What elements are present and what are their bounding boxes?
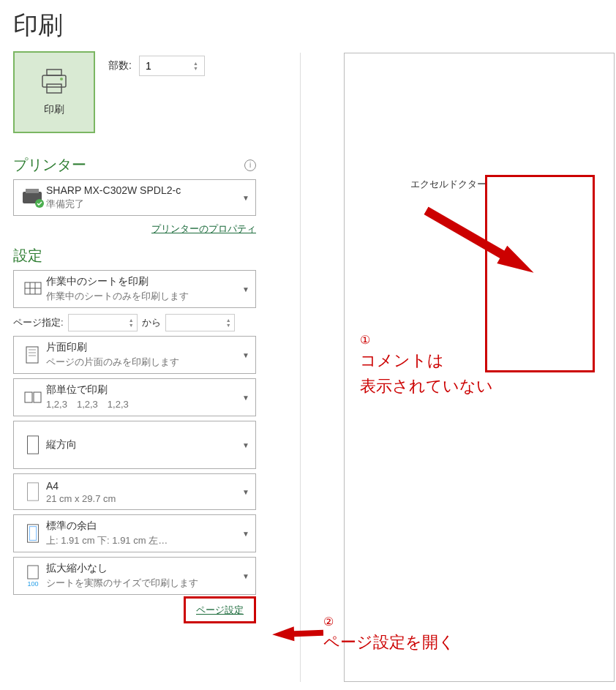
svg-rect-1	[42, 75, 66, 87]
margins-selector[interactable]: 標準の余白 上: 1.91 cm 下: 1.91 cm 左… ▼	[13, 514, 256, 552]
copies-spinner[interactable]: ▲▼	[193, 61, 198, 71]
svg-rect-2	[47, 84, 61, 93]
orientation-selector[interactable]: 縦方向 ▼	[13, 421, 256, 469]
copies-input[interactable]: 1 ▲▼	[139, 56, 205, 76]
preview-header-text: エクセルドクター	[410, 178, 487, 191]
scaling-title: 拡大縮小なし	[46, 562, 239, 575]
scaling-selector[interactable]: 100 拡大縮小なし シートを実際のサイズで印刷します ▼	[13, 557, 256, 595]
copies-label: 部数:	[108, 59, 132, 72]
sides-selector[interactable]: 片面印刷 ページの片面のみを印刷します ▼	[13, 336, 256, 374]
chevron-down-icon: ▼	[242, 394, 249, 402]
svg-rect-11	[26, 347, 38, 363]
chevron-down-icon: ▼	[242, 572, 249, 580]
paper-size-selector[interactable]: A4 21 cm x 29.7 cm ▼	[13, 473, 256, 510]
print-scope-selector[interactable]: 作業中のシートを印刷 作業中のシートのみを印刷します ▼	[13, 270, 256, 308]
scope-sub: 作業中のシートのみを印刷します	[46, 290, 239, 303]
collate-sub: 1,2,3 1,2,3 1,2,3	[46, 398, 239, 411]
svg-rect-19	[28, 525, 39, 542]
chevron-down-icon: ▼	[242, 441, 249, 449]
svg-rect-0	[47, 70, 61, 75]
page-setup-highlight: ページ設定	[184, 596, 256, 623]
collate-selector[interactable]: 部単位で印刷 1,2,3 1,2,3 1,2,3 ▼	[13, 378, 256, 416]
a4-icon	[20, 479, 46, 505]
settings-section-title: 設定	[13, 246, 284, 266]
svg-rect-21	[28, 566, 38, 579]
chevron-down-icon: ▼	[242, 194, 249, 202]
svg-rect-16	[34, 392, 41, 402]
orientation-title: 縦方向	[46, 438, 239, 451]
svg-rect-20	[29, 527, 36, 541]
printer-device-icon	[20, 184, 46, 211]
single-side-icon	[20, 342, 46, 368]
chevron-down-icon: ▼	[242, 530, 249, 538]
svg-rect-5	[26, 189, 39, 193]
printer-section-title: プリンター	[13, 155, 86, 175]
page-from-input[interactable]: ▲▼	[68, 314, 138, 331]
paper-sub: 21 cm x 29.7 cm	[46, 493, 239, 504]
sides-sub: ページの片面のみを印刷します	[46, 356, 239, 369]
scale-badge: 100	[27, 580, 38, 588]
page-range-separator: から	[142, 316, 161, 329]
printer-properties-link[interactable]: プリンターのプロパティ	[151, 223, 256, 234]
vertical-divider	[300, 53, 301, 682]
scale-icon: 100	[20, 563, 46, 589]
printer-status: 準備完了	[46, 198, 239, 211]
collate-icon	[20, 384, 46, 410]
scope-title: 作業中のシートを印刷	[46, 275, 239, 288]
page-title: 印刷	[0, 0, 616, 48]
annotation-1: ① コメントは 表示されていない	[360, 333, 493, 398]
sheet-icon	[20, 276, 46, 302]
sides-title: 片面印刷	[46, 341, 239, 354]
svg-rect-17	[28, 436, 39, 454]
printer-selector[interactable]: SHARP MX-C302W SPDL2-c 準備完了 ▼	[13, 179, 256, 216]
annotation-1-line2: 表示されていない	[360, 375, 493, 398]
printer-icon	[40, 68, 69, 97]
collate-title: 部単位で印刷	[46, 383, 239, 397]
svg-rect-15	[25, 392, 32, 402]
svg-point-3	[60, 78, 63, 80]
annotation-2-text: ページ設定を開く	[323, 631, 455, 654]
svg-rect-18	[28, 483, 39, 500]
printer-name: SHARP MX-C302W SPDL2-c	[46, 184, 239, 196]
info-icon[interactable]: i	[244, 160, 256, 171]
annotation-1-num: ①	[360, 333, 493, 347]
chevron-down-icon: ▼	[242, 351, 249, 359]
chevron-down-icon: ▼	[242, 285, 249, 293]
portrait-icon	[20, 432, 46, 458]
copies-value: 1	[146, 60, 151, 72]
page-range-label: ページ指定:	[13, 316, 64, 329]
margins-sub: 上: 1.91 cm 下: 1.91 cm 左…	[46, 534, 239, 547]
margins-icon	[20, 520, 46, 547]
page-setup-link[interactable]: ページ設定	[196, 604, 244, 615]
margins-title: 標準の余白	[46, 520, 239, 533]
print-button-label: 印刷	[44, 103, 64, 116]
annotation-2-num: ②	[323, 615, 455, 629]
page-to-input[interactable]: ▲▼	[165, 314, 235, 331]
print-button[interactable]: 印刷	[13, 51, 95, 133]
annotation-1-line1: コメントは	[360, 350, 493, 372]
annotation-arrow-2	[271, 619, 323, 645]
scaling-sub: シートを実際のサイズで印刷します	[46, 577, 239, 590]
annotation-2: ② ページ設定を開く	[323, 615, 455, 654]
chevron-down-icon: ▼	[242, 488, 249, 496]
svg-marker-23	[272, 626, 324, 642]
paper-title: A4	[46, 480, 239, 492]
